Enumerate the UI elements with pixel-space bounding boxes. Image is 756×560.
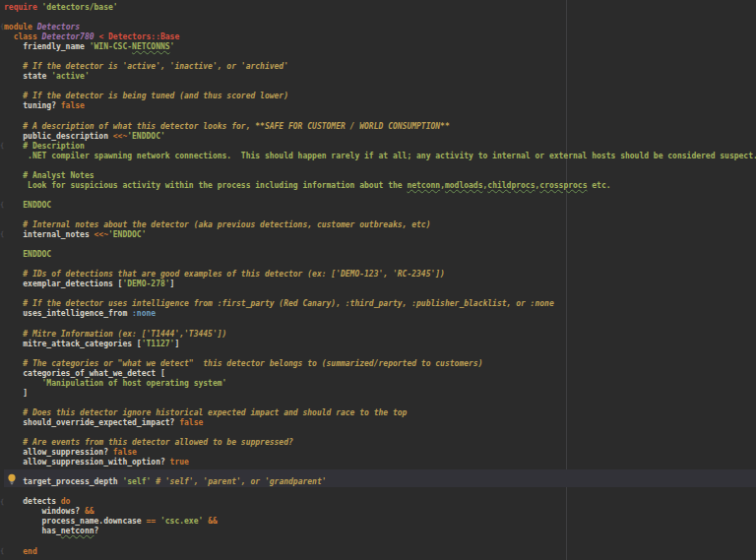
- code-token: # If the detector is being tuned (and th…: [4, 92, 288, 100]
- code-token: Look for suspicious activity within the …: [4, 181, 407, 190]
- code-line: allow_suppression? false: [4, 448, 756, 458]
- fold-marker-icon[interactable]: {: [0, 548, 5, 555]
- code-token: false: [61, 101, 85, 110]
- code-token: ]: [174, 340, 179, 348]
- code-token: false: [113, 448, 137, 457]
- fold-marker-icon[interactable]: {: [0, 24, 5, 31]
- code-line: [4, 349, 756, 359]
- code-token: mitre_attack_categories [: [4, 340, 142, 348]
- code-token: 'T1127': [142, 340, 175, 348]
- code-line: [4, 240, 756, 250]
- code-token: &&: [85, 507, 94, 516]
- code-token: require: [4, 3, 37, 12]
- code-token: should_override_expected_impact?: [4, 418, 179, 427]
- code-token: 'self': [122, 477, 151, 486]
- code-line: internal_notes <<~'ENDDOC': [4, 230, 756, 240]
- code-line: [4, 289, 756, 299]
- code-line: [4, 191, 756, 201]
- code-token: <<~: [113, 132, 127, 141]
- code-token: has_: [4, 527, 61, 535]
- fold-marker-icon[interactable]: {: [0, 202, 5, 209]
- code-area[interactable]: require 'detectors/base' module Detector…: [0, 0, 756, 557]
- fold-marker-icon[interactable]: {: [0, 143, 5, 150]
- code-token: [4, 32, 14, 41]
- code-line: .NET compiler spawning network connectio…: [4, 152, 756, 161]
- code-token: class: [14, 32, 37, 41]
- code-line: # Are events from this detector allowed …: [4, 438, 756, 448]
- fold-marker-icon[interactable]: {: [0, 499, 5, 506]
- code-line: [4, 537, 756, 547]
- code-line: # If the detector uses intelligence from…: [4, 299, 756, 309]
- code-line: categories_of_what_we_detect [: [4, 369, 756, 379]
- code-token: # Analyst Notes: [4, 171, 94, 180]
- code-token: # If the detector uses intelligence from…: [4, 299, 554, 308]
- code-token: detects: [4, 497, 61, 506]
- code-line: friendly_name 'WIN-CSC-NETCONNS': [4, 42, 756, 52]
- code-token: .NET compiler spawning network connectio…: [4, 152, 756, 160]
- code-token: ': [170, 42, 175, 51]
- code-token: 'Manipulation of host operating system': [4, 379, 226, 388]
- code-line: [4, 52, 756, 62]
- code-line: # Description: [4, 142, 756, 152]
- code-line: # Does this detector ignore historical e…: [4, 408, 756, 418]
- code-line: [4, 112, 756, 122]
- code-token: false: [179, 418, 203, 427]
- code-token: # Are events from this detector allowed …: [4, 438, 293, 447]
- code-token: < Detectors::Base: [98, 32, 179, 41]
- code-token: # Internal notes about the detector (aka…: [4, 220, 430, 229]
- fold-marker-icon[interactable]: {: [0, 231, 5, 238]
- code-token: process_name.downcase: [4, 517, 147, 526]
- code-token: ]: [4, 389, 28, 398]
- code-line: allow_suppression_with_option? true: [4, 458, 756, 467]
- code-token: # Mitre Information (ex: ['T1444','T3445…: [4, 330, 226, 339]
- code-token: true: [170, 458, 189, 467]
- code-line: [4, 467, 756, 477]
- code-token: 'ENDDOC': [127, 132, 165, 141]
- code-line: detects do: [4, 497, 756, 507]
- code-token: target_process_depth: [4, 477, 122, 486]
- code-line: ]: [4, 389, 756, 399]
- code-line: class Detector780 < Detectors::Base: [4, 32, 756, 42]
- code-token: 'detectors/base': [42, 3, 118, 12]
- code-line: # If the detector is being tuned (and th…: [4, 92, 756, 101]
- code-line: [4, 320, 756, 330]
- code-line: require 'detectors/base': [4, 3, 756, 13]
- intention-lightbulb-icon[interactable]: [7, 473, 17, 486]
- code-line: mitre_attack_categories ['T1127']: [4, 340, 756, 349]
- code-line: process_name.downcase == 'csc.exe' &&: [4, 517, 756, 527]
- code-line: [4, 82, 756, 92]
- code-token: <<~: [94, 230, 108, 239]
- code-token: ]: [170, 280, 175, 288]
- code-line: # Analyst Notes: [4, 171, 756, 181]
- code-line: tuning? false: [4, 101, 756, 111]
- code-line: state 'active': [4, 72, 756, 82]
- code-token: Detector780: [42, 32, 94, 41]
- code-token: 'active': [51, 72, 90, 81]
- code-line: has_netconn?: [4, 527, 756, 536]
- code-line: exemplar_detections ['DEMO-278']: [4, 280, 756, 289]
- code-line: end: [4, 547, 756, 557]
- code-token: internal_notes: [4, 230, 94, 239]
- code-token: end: [23, 547, 36, 556]
- code-editor[interactable]: require 'detectors/base' module Detector…: [0, 0, 756, 560]
- code-token: netconn: [407, 181, 440, 190]
- code-token: 'WIN-CSC-: [90, 42, 132, 51]
- code-line: 'Manipulation of host operating system': [4, 379, 756, 389]
- code-token: netconn: [61, 527, 94, 535]
- code-token: categories_of_what_we_detect [: [4, 369, 165, 378]
- code-line: # The categories or "what we detect" thi…: [4, 359, 756, 369]
- code-line: public_description <<~'ENDDOC': [4, 132, 756, 142]
- code-line: [4, 13, 756, 23]
- code-token: do: [61, 497, 71, 506]
- code-token: childprocs: [487, 181, 535, 190]
- code-line: [4, 161, 756, 171]
- code-token: module: [4, 23, 32, 31]
- code-line: target_process_depth 'self' # 'self', 'p…: [4, 477, 756, 487]
- code-line: # A description of what this detector lo…: [4, 122, 756, 132]
- code-token: :none: [132, 309, 156, 318]
- code-token: friendly_name: [4, 42, 90, 51]
- code-token: tuning?: [4, 101, 61, 110]
- code-token: # IDs of detections that are good exampl…: [4, 270, 445, 279]
- code-token: modloads: [445, 181, 483, 190]
- code-line: windows? &&: [4, 507, 756, 517]
